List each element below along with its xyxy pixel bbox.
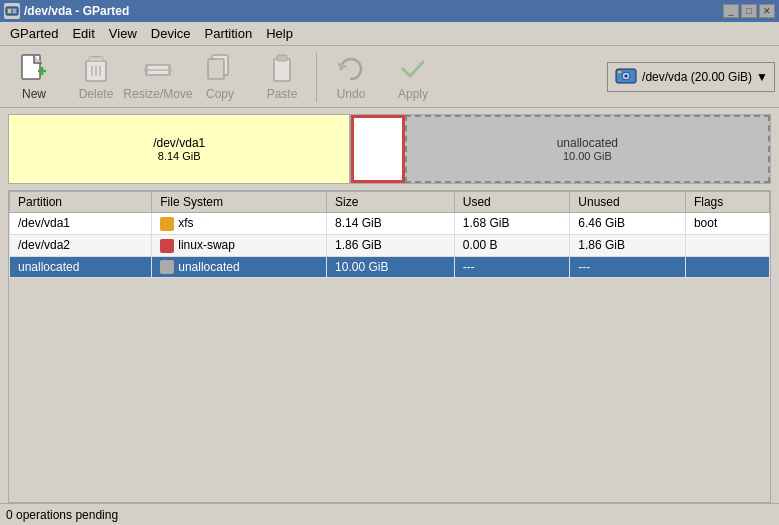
- col-partition: Partition: [10, 192, 152, 213]
- unalloc-size: 10.00 GiB: [563, 150, 612, 162]
- col-flags: Flags: [685, 192, 769, 213]
- app-icon: [4, 3, 20, 19]
- cell-size: 1.86 GiB: [327, 234, 455, 256]
- filesystem-icon: [160, 217, 174, 231]
- table-row[interactable]: unallocatedunallocated10.00 GiB------: [10, 256, 770, 278]
- cell-flags: [685, 256, 769, 278]
- delete-button[interactable]: Delete: [66, 49, 126, 105]
- copy-button[interactable]: Copy: [190, 49, 250, 105]
- minimize-button[interactable]: _: [723, 4, 739, 18]
- partition-table: Partition File System Size Used Unused F…: [8, 190, 771, 503]
- cell-used: 1.68 GiB: [454, 213, 570, 235]
- title-bar: /dev/vda - GParted _ □ ✕: [0, 0, 779, 22]
- col-unused: Unused: [570, 192, 686, 213]
- menu-view[interactable]: View: [103, 24, 143, 43]
- window-controls[interactable]: _ □ ✕: [723, 4, 775, 18]
- menu-bar: GParted Edit View Device Partition Help: [0, 22, 779, 46]
- menu-partition[interactable]: Partition: [199, 24, 259, 43]
- unalloc-label: unallocated: [557, 136, 618, 150]
- disk-partition-vda2-visual[interactable]: [351, 115, 404, 183]
- toolbar: New Delete Resize/Move Copy: [0, 46, 779, 108]
- cell-used: ---: [454, 256, 570, 278]
- device-selector[interactable]: /dev/vda (20.00 GiB) ▼: [607, 62, 775, 92]
- col-size: Size: [327, 192, 455, 213]
- window-title: /dev/vda - GParted: [24, 4, 129, 18]
- cell-flags: boot: [685, 213, 769, 235]
- toolbar-separator: [316, 52, 317, 102]
- disk-partition-vda1[interactable]: /dev/vda1 8.14 GiB: [9, 115, 351, 183]
- vda1-size: 8.14 GiB: [158, 150, 201, 162]
- table-header: Partition File System Size Used Unused F…: [10, 192, 770, 213]
- cell-partition: /dev/vda2: [10, 234, 152, 256]
- svg-rect-8: [89, 57, 103, 61]
- cell-flags: [685, 234, 769, 256]
- svg-rect-16: [274, 59, 290, 81]
- svg-rect-21: [618, 71, 621, 73]
- cell-unused: 6.46 GiB: [570, 213, 686, 235]
- svg-rect-2: [13, 9, 16, 13]
- new-button[interactable]: New: [4, 49, 64, 105]
- menu-help[interactable]: Help: [260, 24, 299, 43]
- title-bar-left: /dev/vda - GParted: [4, 3, 129, 19]
- cell-partition: unallocated: [10, 256, 152, 278]
- col-filesystem: File System: [152, 192, 327, 213]
- vda1-label: /dev/vda1: [153, 136, 205, 150]
- col-used: Used: [454, 192, 570, 213]
- menu-gparted[interactable]: GParted: [4, 24, 64, 43]
- svg-rect-0: [6, 7, 18, 15]
- cell-filesystem: xfs: [152, 213, 327, 235]
- status-bar: 0 operations pending: [0, 503, 779, 525]
- close-button[interactable]: ✕: [759, 4, 775, 18]
- svg-rect-17: [277, 55, 287, 61]
- cell-partition: /dev/vda1: [10, 213, 152, 235]
- undo-button[interactable]: Undo: [321, 49, 381, 105]
- table-row[interactable]: /dev/vda1xfs8.14 GiB1.68 GiB6.46 GiBboot: [10, 213, 770, 235]
- device-dropdown-icon[interactable]: ▼: [756, 70, 768, 84]
- filesystem-icon: [160, 239, 174, 253]
- device-label: /dev/vda (20.00 GiB): [642, 70, 752, 84]
- svg-rect-15: [208, 59, 224, 79]
- menu-device[interactable]: Device: [145, 24, 197, 43]
- table-row[interactable]: /dev/vda2linux-swap1.86 GiB0.00 B1.86 Gi…: [10, 234, 770, 256]
- cell-size: 8.14 GiB: [327, 213, 455, 235]
- cell-unused: 1.86 GiB: [570, 234, 686, 256]
- cell-used: 0.00 B: [454, 234, 570, 256]
- svg-rect-1: [8, 9, 11, 13]
- paste-button[interactable]: Paste: [252, 49, 312, 105]
- cell-filesystem: linux-swap: [152, 234, 327, 256]
- apply-button[interactable]: Apply: [383, 49, 443, 105]
- disk-partition-unallocated[interactable]: unallocated 10.00 GiB: [405, 115, 770, 183]
- partition-rows: /dev/vda1xfs8.14 GiB1.68 GiB6.46 GiBboot…: [10, 213, 770, 278]
- svg-point-20: [625, 74, 628, 77]
- maximize-button[interactable]: □: [741, 4, 757, 18]
- disk-visual: /dev/vda1 8.14 GiB unallocated 10.00 GiB: [8, 114, 771, 184]
- menu-edit[interactable]: Edit: [66, 24, 100, 43]
- resize-move-button[interactable]: Resize/Move: [128, 49, 188, 105]
- cell-filesystem: unallocated: [152, 256, 327, 278]
- cell-unused: ---: [570, 256, 686, 278]
- cell-size: 10.00 GiB: [327, 256, 455, 278]
- status-text: 0 operations pending: [6, 508, 118, 522]
- filesystem-icon: [160, 260, 174, 274]
